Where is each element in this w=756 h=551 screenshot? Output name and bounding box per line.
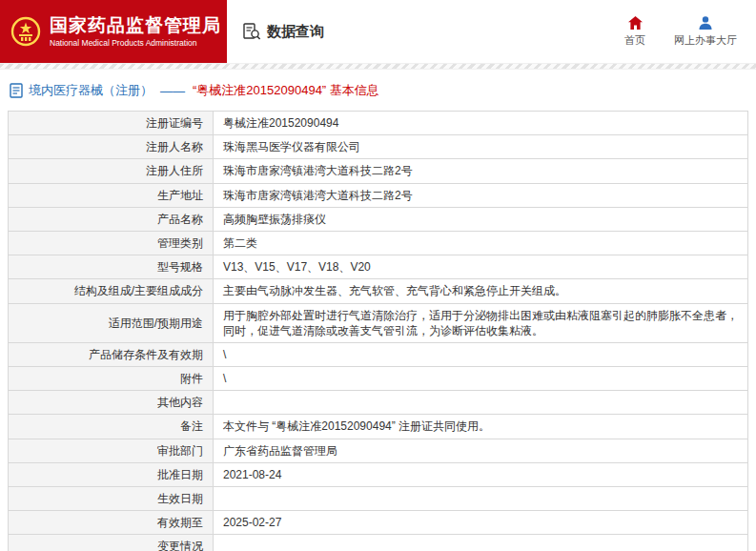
field-value: 高频胸壁振荡排痰仪 bbox=[214, 207, 748, 231]
table-row: 变更情况 bbox=[9, 535, 748, 551]
table-row: 审批部门 广东省药品监督管理局 bbox=[9, 439, 748, 462]
org-name-en: National Medical Products Administration bbox=[50, 38, 221, 48]
field-label: 批准日期 bbox=[9, 462, 214, 486]
field-value: 珠海黑马医学仪器有限公司 bbox=[214, 135, 748, 159]
service-hall-link[interactable]: 网上办事大厅 bbox=[674, 15, 737, 48]
table-row: 生效日期 bbox=[9, 487, 748, 511]
table-row: 管理类别 第二类 bbox=[9, 231, 748, 255]
field-value: 粤械注准20152090494 bbox=[214, 112, 748, 135]
field-value: 本文件与 “粤械注准20152090494” 注册证共同使用。 bbox=[214, 415, 748, 439]
table-row: 结构及组成/主要组成成分 主要由气动脉冲发生器、充气软管、充气背心和紧急停止开关… bbox=[9, 279, 748, 303]
brand-logo[interactable]: 国家药品监督管理局 National Medical Products Admi… bbox=[0, 0, 227, 63]
table-row: 生产地址 珠海市唐家湾镇港湾大道科技二路2号 bbox=[9, 183, 748, 207]
field-label: 其他内容 bbox=[9, 391, 214, 415]
breadcrumb: 境内医疗器械（注册） —— “粤械注准20152090494” 基本信息 bbox=[0, 70, 756, 109]
field-value: V13、V15、V17、V18、V20 bbox=[214, 255, 748, 279]
field-value bbox=[214, 391, 748, 415]
document-icon bbox=[10, 83, 23, 98]
field-label: 型号规格 bbox=[9, 255, 214, 279]
field-label: 附件 bbox=[9, 367, 214, 391]
header-links: 首页 网上办事大厅 bbox=[624, 0, 756, 63]
org-name: 国家药品监督管理局 bbox=[50, 15, 221, 37]
table-row: 注册人名称 珠海黑马医学仪器有限公司 bbox=[9, 135, 748, 159]
table-row: 有效期至 2025-02-27 bbox=[9, 511, 748, 535]
field-value bbox=[214, 535, 748, 551]
field-label: 生产地址 bbox=[9, 183, 214, 207]
field-label: 产品名称 bbox=[9, 207, 214, 231]
page-title: “粤械注准20152090494” 基本信息 bbox=[193, 82, 379, 99]
field-label: 备注 bbox=[9, 415, 214, 439]
field-label: 产品储存条件及有效期 bbox=[9, 342, 214, 366]
field-label: 注册人名称 bbox=[9, 135, 214, 159]
field-label: 有效期至 bbox=[9, 511, 214, 535]
field-label: 管理类别 bbox=[9, 231, 214, 255]
stripe-divider bbox=[0, 63, 756, 70]
home-link[interactable]: 首页 bbox=[624, 15, 645, 48]
field-value: 2025-02-27 bbox=[214, 511, 748, 535]
table-row: 产品储存条件及有效期 \ bbox=[9, 342, 748, 366]
field-label: 审批部门 bbox=[9, 439, 214, 462]
table-row: 注册证编号 粤械注准20152090494 bbox=[9, 112, 748, 135]
field-label: 注册证编号 bbox=[9, 112, 214, 135]
person-icon bbox=[698, 15, 713, 31]
field-value: 第二类 bbox=[214, 231, 748, 255]
registration-info-table: 注册证编号 粤械注准20152090494 注册人名称 珠海黑马医学仪器有限公司… bbox=[8, 111, 748, 551]
home-icon bbox=[627, 15, 644, 31]
field-label: 变更情况 bbox=[9, 535, 214, 551]
field-label: 注册人住所 bbox=[9, 159, 214, 183]
breadcrumb-separator: —— bbox=[160, 84, 185, 98]
nav-data-query[interactable]: 数据查询 bbox=[242, 0, 324, 63]
data-query-icon bbox=[242, 22, 261, 41]
table-row: 其他内容 bbox=[9, 391, 748, 415]
table-row: 批准日期 2021-08-24 bbox=[9, 462, 748, 486]
field-label: 适用范围/预期用途 bbox=[9, 303, 214, 342]
national-emblem-icon bbox=[10, 15, 42, 48]
service-hall-link-label: 网上办事大厅 bbox=[674, 33, 737, 48]
field-label: 结构及组成/主要组成成分 bbox=[9, 279, 214, 303]
table-row: 适用范围/预期用途 用于胸腔外部处置时进行气道清除治疗，适用于分泌物排出困难或由… bbox=[9, 303, 748, 342]
table-row: 注册人住所 珠海市唐家湾镇港湾大道科技二路2号 bbox=[9, 159, 748, 183]
field-value: \ bbox=[214, 367, 748, 391]
field-value: 珠海市唐家湾镇港湾大道科技二路2号 bbox=[214, 183, 748, 207]
home-link-label: 首页 bbox=[624, 33, 645, 48]
field-value bbox=[214, 487, 748, 511]
field-label: 生效日期 bbox=[9, 487, 214, 511]
breadcrumb-section: 境内医疗器械（注册） bbox=[29, 82, 153, 99]
nav-data-query-label: 数据查询 bbox=[267, 23, 324, 41]
field-value: 主要由气动脉冲发生器、充气软管、充气背心和紧急停止开关组成。 bbox=[214, 279, 748, 303]
table-row: 附件 \ bbox=[9, 367, 748, 391]
field-value: \ bbox=[214, 342, 748, 366]
field-value: 珠海市唐家湾镇港湾大道科技二路2号 bbox=[214, 159, 748, 183]
field-value: 用于胸腔外部处置时进行气道清除治疗，适用于分泌物排出困难或由粘液阻塞引起的肺膨胀… bbox=[214, 303, 748, 342]
table-row: 型号规格 V13、V15、V17、V18、V20 bbox=[9, 255, 748, 279]
field-value: 广东省药品监督管理局 bbox=[214, 439, 748, 462]
info-table-wrap: 注册证编号 粤械注准20152090494 注册人名称 珠海黑马医学仪器有限公司… bbox=[0, 109, 756, 551]
table-row: 备注 本文件与 “粤械注准20152090494” 注册证共同使用。 bbox=[9, 415, 748, 439]
field-value: 2021-08-24 bbox=[214, 462, 748, 486]
table-row: 产品名称 高频胸壁振荡排痰仪 bbox=[9, 207, 748, 231]
header: 国家药品监督管理局 National Medical Products Admi… bbox=[0, 0, 756, 63]
